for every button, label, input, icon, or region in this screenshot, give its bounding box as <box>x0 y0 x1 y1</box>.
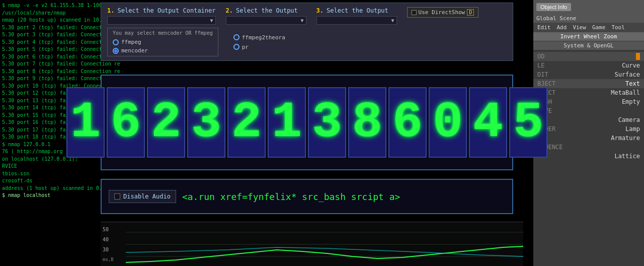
disable-audio-label: Disable Audio <box>123 193 171 200</box>
step1-num: 1. <box>107 7 114 14</box>
list-item[interactable]: EW Armature <box>533 134 644 143</box>
menu-tool[interactable]: Tool <box>609 24 627 31</box>
script-command-text: <a.run xref=fynfelix* src_bash srcipt a> <box>182 191 400 202</box>
ffmpeg-radio[interactable]: ffmpeg <box>113 39 213 45</box>
disable-audio-button[interactable]: Disable Audio <box>109 190 176 203</box>
list-item[interactable]: EY Camera <box>533 115 644 124</box>
list-item[interactable]: LE Curve <box>533 61 644 70</box>
radio-icon <box>233 34 239 40</box>
digit-7: 8 <box>348 87 386 158</box>
chevron-down-icon: ▼ <box>391 18 394 23</box>
counter-panel: 1 6 2 3 2 1 3 8 6 0 4 5 <box>101 75 513 170</box>
mencoder-radio[interactable]: mencoder <box>113 47 213 54</box>
codec-group-title: You may select mencoder OR ffmpeg <box>113 30 213 36</box>
pr-radio[interactable]: pr <box>233 44 285 50</box>
output-codec-dropdown[interactable]: ▼ <box>316 16 397 25</box>
digit-3: 3 <box>187 87 225 158</box>
digit-4: 2 <box>227 87 266 158</box>
output-steps-row: 1. Select the Output Container ▼ 2. Sele… <box>107 7 507 25</box>
graph-svg <box>126 222 523 266</box>
digit-10: 4 <box>469 87 507 158</box>
ffmpeg2theora-label: ffmpeg2theora <box>242 34 285 41</box>
direct-show-checkbox[interactable] <box>412 10 417 15</box>
step2-label: Select the Output <box>236 7 298 14</box>
global-scene-label: Global Scene <box>533 14 644 23</box>
right-panel-menu: Edit Add View Game Tool <box>533 23 644 32</box>
system-opengl-btn[interactable]: System & OpenGL <box>533 41 644 50</box>
list-item-text[interactable]: BJECT Text <box>533 79 644 88</box>
list-item[interactable]: OD <box>533 52 644 61</box>
encoder-group: You may select mencoder OR ffmpeg ffmpeg… <box>107 28 218 56</box>
mencoder-label: mencoder <box>121 47 148 54</box>
radio-icon <box>113 48 119 54</box>
digit-6: 3 <box>308 87 346 158</box>
invert-wheel-zoom-btn[interactable]: Invert Wheel Zoom <box>533 32 644 41</box>
menu-add[interactable]: Add <box>555 24 569 31</box>
digit-2: 2 <box>147 87 185 158</box>
step3-num: 3. <box>316 7 324 14</box>
menu-edit[interactable]: Edit <box>535 24 553 31</box>
graph-area: 50 40 30 ms,B <box>101 222 523 266</box>
graph-canvas <box>126 222 523 266</box>
direct-show-key: D <box>467 9 474 16</box>
digit-5: 1 <box>268 87 306 158</box>
pr-label: pr <box>242 44 249 50</box>
direct-show-section: Use DirectShow D <box>407 7 479 20</box>
list-item[interactable]: EQUENCE <box>533 143 644 152</box>
graph-label-50: 50 <box>103 227 129 232</box>
output-format-dropdown[interactable]: ▼ <box>226 16 306 25</box>
output-selector-bar: 1. Select the Output Container ▼ 2. Sele… <box>101 3 513 61</box>
step3-label: Select the Output <box>327 7 388 14</box>
step1-label: Select the Output Container <box>117 7 215 14</box>
output-step-1: 1. Select the Output Container ▼ <box>107 7 216 25</box>
right-panel: Object Info Global Scene Edit Add View G… <box>533 0 644 266</box>
list-item[interactable]: DIT Surface <box>533 70 644 79</box>
output-container-dropdown[interactable]: ▼ <box>107 16 216 25</box>
digit-11: 5 <box>509 87 547 158</box>
digit-0: 1 <box>66 87 105 158</box>
output-step-2: 2. Select the Output ▼ <box>226 7 306 25</box>
digit-8: 6 <box>388 87 427 158</box>
step2-num: 2. <box>226 7 233 14</box>
radio-icon <box>113 39 119 45</box>
object-info-button[interactable]: Object Info <box>536 3 571 11</box>
list-item[interactable]: ENDER Lamp <box>533 124 644 134</box>
list-item[interactable]: Lattice <box>533 152 644 161</box>
audio-checkbox[interactable] <box>114 193 120 200</box>
chevron-down-icon: ▼ <box>301 18 304 23</box>
right-panel-top: Object Info <box>533 0 644 14</box>
chevron-down-icon: ▼ <box>210 18 213 23</box>
theora-group: ffmpeg2theora pr <box>233 34 285 50</box>
object-type-list: OD LE Curve DIT Surface BJECT Text BJECT… <box>533 50 644 163</box>
ffmpeg2theora-radio[interactable]: ffmpeg2theora <box>233 34 285 41</box>
direct-show-label: Use DirectShow <box>419 9 465 16</box>
direct-show-button[interactable]: Use DirectShow D <box>407 7 479 18</box>
counter-digits: 1 6 2 3 2 1 3 8 6 0 4 5 <box>66 87 547 158</box>
codec-options-row: You may select mencoder OR ffmpeg ffmpeg… <box>107 28 507 56</box>
menu-view[interactable]: View <box>571 24 588 31</box>
list-item[interactable]: MESH Empty <box>533 97 644 106</box>
bottom-bar: Disable Audio <a.run xref=fynfelix* src_… <box>101 179 513 214</box>
menu-game[interactable]: Game <box>590 24 608 31</box>
radio-icon <box>233 44 239 50</box>
list-item[interactable]: BJECT MetaBall <box>533 88 644 97</box>
graph-label-40: 40 <box>103 237 129 242</box>
output-step-3: 3. Select the Output ▼ <box>316 7 397 25</box>
digit-9: 0 <box>429 87 467 158</box>
graph-label-30: 30 <box>103 247 129 252</box>
list-item[interactable]: URVE <box>533 106 644 115</box>
digit-1: 6 <box>107 87 145 158</box>
graph-y-unit: ms,B <box>103 257 129 262</box>
ffmpeg-label: ffmpeg <box>121 39 141 45</box>
